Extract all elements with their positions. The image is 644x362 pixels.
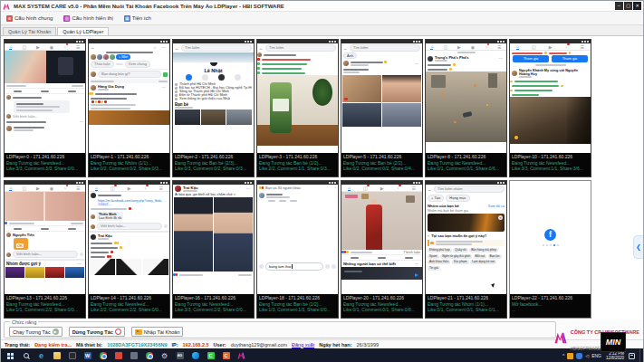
toolbar-item-utilities[interactable]: ▦ Tiện ích bbox=[124, 15, 151, 22]
emulator-grid: ⌂◫▶◉◔☰ Viết bình luận... ⋯ LDPlayer-0 - … bbox=[1, 35, 643, 319]
emulator-cell-ldplayer-5[interactable]: ←Tìm kiếm Ảnh ⋯ LDPlayer-5 - 171.241.60.… bbox=[341, 39, 423, 177]
emulator-cell-ldplayer-18[interactable]: Bạn và 30 người khác› bang tam thoi LDPl… bbox=[256, 180, 339, 319]
taskbar-maxcare-icon[interactable] bbox=[234, 348, 249, 362]
back-icon[interactable]: ← bbox=[175, 45, 179, 51]
commenter-name[interactable]: Nguyễn Tiên bbox=[13, 233, 34, 237]
emulator-cell-ldplayer-0[interactable]: ⌂◫▶◉◔☰ Viết bình luận... ⋯ LDPlayer-0 - … bbox=[4, 39, 86, 177]
back-icon[interactable]: ← bbox=[259, 45, 264, 51]
emulator-cell-ldplayer-2[interactable]: ←Tìm kiếm Lê Nhật Thành phố Hồ Chí Minh … bbox=[172, 39, 255, 177]
taskbar-explorer-icon[interactable] bbox=[49, 348, 64, 362]
taskbar-4g-icon[interactable]: 4G bbox=[172, 348, 187, 362]
emulator-cell-ldplayer-10[interactable]: ⌂◫▶◔☰ Tham gia Tham gia Nguyễn Khánh My … bbox=[509, 39, 591, 177]
emulator-cell-ldplayer-22[interactable]: f LDPlayer-22 - 171.241.60.226 Mở facebo… bbox=[509, 180, 591, 319]
taskbar-capcut-icon[interactable]: C bbox=[203, 348, 218, 362]
toolbar-item-display-config[interactable]: ▥ Cấu hình hiển thị bbox=[63, 15, 112, 22]
start-button[interactable] bbox=[3, 348, 18, 362]
video-thumbnail[interactable] bbox=[426, 71, 506, 142]
scroll-left-arrow[interactable]: ❮ bbox=[633, 235, 643, 259]
toolbar-item-general-config[interactable]: ≋ Cấu hình chung bbox=[6, 15, 53, 22]
show-desktop-button[interactable] bbox=[639, 348, 641, 362]
dismiss-icon[interactable]: × bbox=[498, 215, 503, 220]
see-all-link[interactable]: Xem tất cả bbox=[488, 205, 505, 208]
taskbar-c-orange-icon[interactable]: C bbox=[218, 348, 234, 362]
taskbar-chrome2-icon[interactable] bbox=[141, 348, 157, 362]
function-group-label: Chức năng bbox=[10, 319, 38, 325]
filter-chip-photos[interactable]: Ảnh bbox=[343, 52, 357, 59]
emulator-cell-ldplayer-20[interactable]: ⌂◫▶◔☰ 7 bình luận Những người bạn có thể… bbox=[341, 180, 423, 319]
search-input[interactable]: Tìm kiếm bbox=[265, 44, 336, 52]
create-group-chip[interactable]: + Tạo bbox=[428, 195, 444, 202]
taskbar-settings-icon[interactable]: ⚙ bbox=[157, 348, 172, 362]
back-icon[interactable]: ← bbox=[428, 186, 432, 192]
back-icon[interactable]: ← bbox=[91, 44, 95, 50]
taskbar-store-icon[interactable] bbox=[64, 348, 80, 362]
tab-featured[interactable]: Xem chung bbox=[125, 61, 150, 68]
taskbar-chrome-icon[interactable] bbox=[95, 348, 111, 362]
post-photos bbox=[173, 196, 254, 272]
search-input[interactable]: Tìm kiếm bbox=[181, 44, 252, 52]
tab-account-management[interactable]: Quản Lý Tài Khoản bbox=[3, 27, 56, 35]
comment-composer[interactable]: Viết bình luận... bbox=[13, 114, 38, 119]
group-composer[interactable]: Bạn đang bán gì? bbox=[98, 71, 161, 78]
emulator-cell-ldplayer-14[interactable]: ⌂◫▶◔☰ https://m.facebook.com/story.php?s… bbox=[88, 180, 170, 319]
emulator-cell-ldplayer-1[interactable]: ←○⋯ + Mời Thảo luận Xem chung Bạn đang b… bbox=[88, 39, 170, 177]
notification-center-icon[interactable] bbox=[629, 353, 635, 359]
photo-collage bbox=[341, 75, 422, 127]
close-button[interactable]: ✕ bbox=[633, 2, 641, 10]
emulator-cell-ldplayer-13[interactable]: ⌂◫▶◉◔☰ Nguyễn Tiên OK Viết bình luận... … bbox=[4, 180, 86, 319]
emulator-cell-ldplayer-16[interactable]: Trai Kậu⋯ Ai bảo qua ,gở bình sẽ hỏi, ch… bbox=[172, 180, 255, 319]
comment-input[interactable]: bang tam thoi bbox=[265, 262, 323, 271]
notifications-icon: ◔ bbox=[63, 44, 66, 50]
back-icon[interactable]: ← bbox=[343, 45, 348, 51]
follow-icon[interactable] bbox=[218, 74, 225, 81]
minimize-button[interactable]: – bbox=[615, 2, 623, 10]
more-icon[interactable]: ⋯ bbox=[162, 45, 168, 50]
loading-dots bbox=[543, 244, 559, 246]
category-chip[interactable]: Hạng mục bbox=[446, 195, 469, 202]
group-search-input[interactable]: Tìm kiếm nhóm bbox=[434, 186, 505, 193]
logout-link[interactable]: Đăng xuất bbox=[292, 342, 314, 348]
taskbar-photos-icon[interactable] bbox=[126, 348, 141, 362]
taskbar-search-icon[interactable] bbox=[18, 348, 34, 362]
tab-discussion[interactable]: Thảo luận bbox=[91, 61, 114, 68]
join-group-button[interactable]: Tham gia bbox=[513, 55, 549, 62]
emulator-cell-ldplayer-8[interactable]: ⌂◫▶◉◔☰ Trọng's Phá's Phà's⋯ bbox=[425, 39, 507, 177]
emulator-cell-ldplayer-21[interactable]: ←Tìm kiếm nhóm + Tạo Hạng mục Nhóm của b… bbox=[425, 180, 507, 319]
shared-link[interactable]: https://m.facebook.com/story.php?story_f… bbox=[98, 199, 163, 206]
post-author[interactable]: Trai Kậu bbox=[98, 233, 112, 238]
camera-icon[interactable] bbox=[259, 264, 264, 269]
post-author[interactable]: Hàng Gia Dụng bbox=[98, 84, 124, 89]
monitor-icon: ▥ bbox=[63, 15, 70, 22]
taskbar-word-icon[interactable]: W bbox=[80, 348, 95, 362]
comment-composer[interactable]: Viết bình luận... bbox=[97, 223, 162, 230]
status-state: Đang kiểm tra... bbox=[34, 342, 72, 348]
post-author[interactable]: Trai Kậu bbox=[183, 186, 198, 190]
run-interaction-button[interactable]: Chạy Tương Tác ▶ bbox=[9, 327, 62, 337]
search-icon[interactable]: ○ bbox=[154, 45, 159, 50]
invite-button[interactable]: + Mời bbox=[116, 54, 130, 60]
windows-taskbar: e W ⚙ 4G C C ^ ◁ ENG 2:12 PM 12/8/2020 bbox=[1, 348, 643, 362]
taskbar-edge-icon[interactable]: e bbox=[34, 348, 49, 362]
emulator-cell-ldplayer-3[interactable]: ←Tìm kiếm LDPlayer-3 - 171.241.60.226 Đa… bbox=[256, 39, 339, 177]
comment-composer[interactable]: Viết bình luận... bbox=[13, 251, 78, 258]
join-group-button[interactable]: Tham gia bbox=[552, 55, 588, 62]
import-accounts-button[interactable]: Nhập Tài Khoản bbox=[131, 327, 184, 337]
more-icon[interactable] bbox=[235, 74, 241, 81]
reactions-header[interactable]: Bạn và 30 người khác bbox=[265, 186, 301, 190]
post-author[interactable]: Nguyễn Khánh My cùng với Nguyễn Hoàng Hu… bbox=[519, 69, 582, 76]
play-icon: ▶ bbox=[53, 329, 59, 335]
gif-icon[interactable] bbox=[332, 264, 336, 269]
stop-interaction-button[interactable]: Dừng Tương Tác bbox=[69, 327, 125, 337]
maximize-button[interactable]: ▢ bbox=[624, 2, 632, 10]
taskbar-ldplayer-icon[interactable] bbox=[111, 348, 126, 362]
post-author[interactable]: Trọng's Phá's Phà's bbox=[435, 55, 469, 60]
title-bar: MAX SYSTEM CARE v5.0 - Phần Mềm Nuôi Tài… bbox=[1, 1, 643, 12]
add-friend-icon[interactable] bbox=[186, 74, 192, 81]
search-input[interactable]: Tìm kiếm bbox=[350, 44, 420, 52]
message-icon[interactable] bbox=[202, 74, 208, 81]
emoji-icon[interactable] bbox=[325, 264, 330, 269]
post-photo bbox=[5, 51, 85, 83]
menu-icon: ☰ bbox=[76, 44, 80, 50]
taskbar-edge2-icon[interactable] bbox=[187, 348, 203, 362]
photo-icon bbox=[163, 72, 168, 77]
